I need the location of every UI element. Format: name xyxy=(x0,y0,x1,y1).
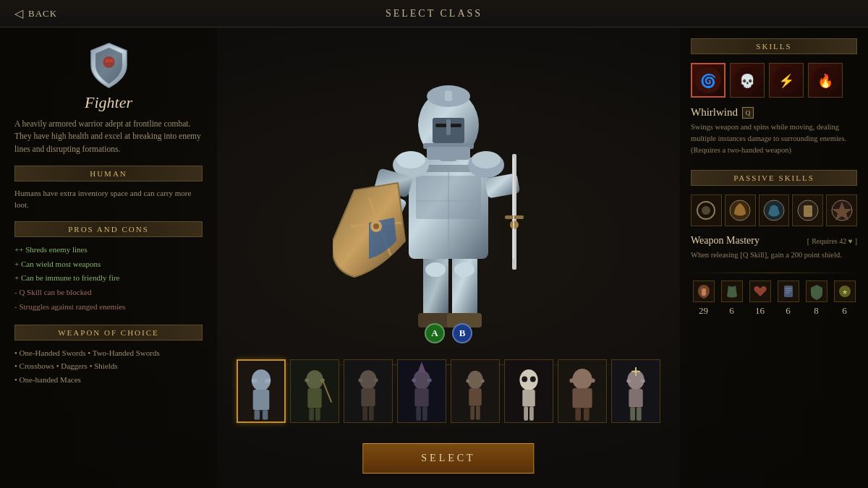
back-arrow-icon: ◁ xyxy=(14,7,24,20)
class-thumb-wizard[interactable] xyxy=(397,359,446,423)
skill-icon-2[interactable]: 💀 xyxy=(730,63,765,98)
select-button-container: SELECT xyxy=(362,443,534,474)
ranger-thumb xyxy=(291,360,339,422)
svg-rect-47 xyxy=(263,410,268,419)
weapon-2: • Crossbows • Daggers • Shields xyxy=(14,359,203,373)
svg-rect-2 xyxy=(106,59,109,62)
agility-value: 6 xyxy=(729,305,734,317)
skill-icon-4[interactable]: 🔥 xyxy=(808,63,843,98)
class-selector xyxy=(237,359,660,423)
svg-rect-77 xyxy=(476,406,480,419)
class-thumb-warlock[interactable] xyxy=(504,359,553,423)
fighter-thumb xyxy=(238,361,284,421)
svg-rect-36 xyxy=(446,119,451,135)
svg-text:🌀: 🌀 xyxy=(700,73,717,89)
svg-rect-94 xyxy=(629,389,642,407)
svg-point-72 xyxy=(467,371,482,389)
class-thumb-bard[interactable] xyxy=(451,359,500,423)
svg-rect-45 xyxy=(265,379,271,383)
svg-rect-35 xyxy=(450,124,461,127)
skill-icons-row: 🌀 💀 xyxy=(691,63,857,98)
defense-icon xyxy=(806,281,827,302)
svg-rect-97 xyxy=(630,407,635,420)
select-button[interactable]: SELECT xyxy=(362,443,534,474)
pro-2: + Can wield most weapons xyxy=(14,257,203,272)
stat-strength: 29 xyxy=(691,281,716,317)
skill-bg-1: 🌀 xyxy=(692,64,724,96)
health-icon xyxy=(749,281,771,302)
svg-rect-84 xyxy=(529,406,534,420)
class-shield-icon xyxy=(89,42,129,89)
center-area: A B xyxy=(217,27,680,488)
skill-icon-3[interactable]: ⚡ xyxy=(769,63,804,98)
luck-icon: ★ xyxy=(834,281,856,302)
svg-rect-61 xyxy=(362,406,367,420)
svg-rect-96 xyxy=(641,380,645,383)
svg-rect-34 xyxy=(435,124,447,127)
skill-name-text: Whirlwind xyxy=(691,106,738,119)
b-button[interactable]: B xyxy=(452,323,472,343)
skill-key-label: Q xyxy=(746,109,751,116)
passive-icon-4[interactable] xyxy=(792,194,823,226)
fighter-character xyxy=(333,31,564,342)
svg-rect-53 xyxy=(309,408,314,420)
svg-rect-62 xyxy=(369,406,374,420)
svg-rect-65 xyxy=(414,388,428,406)
svg-point-86 xyxy=(572,369,592,390)
passive-icon-1[interactable] xyxy=(691,194,722,226)
passive-icon-3[interactable] xyxy=(759,194,790,226)
back-button[interactable]: ◁ BACK xyxy=(14,7,57,20)
a-label: A xyxy=(431,328,438,339)
passive-skills-header: PASSIVE SKILLS xyxy=(691,170,857,186)
svg-rect-75 xyxy=(481,380,485,383)
left-panel: Fighter A heavily armored warrior adept … xyxy=(0,27,217,488)
agility-icon xyxy=(721,281,743,302)
svg-rect-3 xyxy=(109,59,111,62)
class-thumb-cleric[interactable] xyxy=(611,359,660,423)
svg-rect-30 xyxy=(513,158,514,259)
passive-icon-2[interactable] xyxy=(725,194,756,226)
character-display xyxy=(311,27,586,346)
barbarian-thumb xyxy=(558,360,606,422)
pro-3: + Can be immune to friendly fire xyxy=(14,271,203,286)
skill-key-badge: Q xyxy=(742,107,754,119)
svg-rect-87 xyxy=(572,388,592,408)
skill-bg-2: 💀 xyxy=(731,64,764,97)
svg-point-81 xyxy=(530,377,536,382)
svg-rect-128 xyxy=(784,286,793,297)
a-button[interactable]: A xyxy=(425,323,445,343)
svg-point-25 xyxy=(373,223,379,229)
passive-icon-5[interactable] xyxy=(826,194,857,226)
skill-bg-4: 🔥 xyxy=(809,64,842,97)
con-1: - Q Skill can be blocked xyxy=(14,286,203,300)
class-thumb-fighter[interactable] xyxy=(237,359,286,423)
svg-text:🔥: 🔥 xyxy=(817,73,834,89)
skills-header: SKILLS xyxy=(691,38,857,54)
req-text: Requires 42 ♥ xyxy=(812,237,852,245)
class-thumb-rogue[interactable] xyxy=(344,359,393,423)
svg-rect-91 xyxy=(584,408,590,420)
svg-rect-51 xyxy=(305,379,309,382)
svg-rect-88 xyxy=(570,379,575,383)
svg-point-7 xyxy=(425,262,446,277)
svg-rect-40 xyxy=(427,147,470,160)
skill-icon-1[interactable]: 🌀 xyxy=(691,63,726,98)
weapons-header: WEAPON OF CHOICE xyxy=(14,325,203,341)
race-description: Humans have extra inventory space and ca… xyxy=(14,187,203,211)
svg-rect-124 xyxy=(702,288,706,296)
pros-cons-header: PROS AND CONS xyxy=(14,221,203,237)
skill-description: Swings weapon and spins while moving, de… xyxy=(691,121,857,155)
svg-rect-76 xyxy=(470,406,475,419)
passive-icons-row xyxy=(691,194,857,226)
svg-text:★: ★ xyxy=(842,288,848,296)
svg-point-80 xyxy=(522,377,527,382)
svg-point-111 xyxy=(702,206,710,215)
stats-row: 29 6 16 xyxy=(691,281,857,317)
skills-section: SKILLS 🌀 💀 xyxy=(691,38,857,155)
class-thumb-ranger[interactable] xyxy=(290,359,339,423)
svg-text:💀: 💀 xyxy=(739,73,756,89)
passive-name-row: Weapon Mastery [Requires 42 ♥] xyxy=(691,235,857,247)
svg-rect-118 xyxy=(804,205,812,217)
class-thumb-barbarian[interactable] xyxy=(558,359,607,423)
passive-name-text: Weapon Mastery xyxy=(691,235,760,247)
